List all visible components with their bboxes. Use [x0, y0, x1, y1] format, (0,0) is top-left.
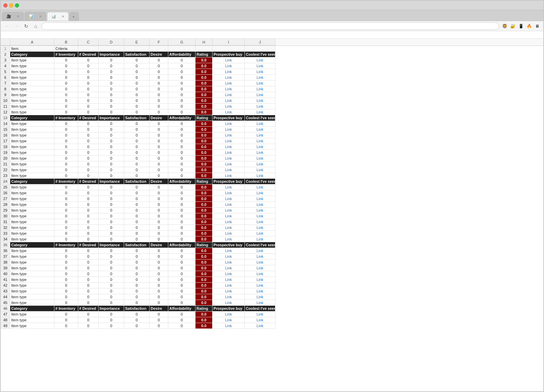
prospective-buy-link[interactable]: Link [213, 127, 245, 132]
prospective-buy-link[interactable]: Link [213, 277, 245, 283]
tab1-close[interactable]: ✕ [17, 15, 19, 18]
coolest-link[interactable]: Link [245, 283, 275, 288]
extension-icon-2[interactable]: 🔐 [509, 23, 516, 30]
prospective-buy-link[interactable]: Link [213, 300, 245, 306]
coolest-link[interactable]: Link [245, 132, 275, 138]
coolest-link[interactable]: Link [245, 86, 275, 92]
coolest-link[interactable]: Link [245, 81, 275, 86]
back-button[interactable]: ← [3, 22, 11, 30]
prospective-buy-link[interactable]: Link [213, 323, 245, 329]
coolest-link[interactable]: Link [245, 184, 275, 190]
tab-clothes-make-the-man[interactable]: 🎥 ✕ [2, 12, 24, 21]
prospective-buy-link[interactable]: Link [213, 254, 245, 260]
coolest-link[interactable]: Link [245, 311, 275, 317]
coolest-link[interactable]: Link [245, 271, 275, 277]
prospective-buy-link[interactable]: Link [213, 156, 245, 161]
prospective-buy-link[interactable]: Link [213, 81, 245, 86]
coolest-link[interactable]: Link [245, 92, 275, 98]
coolest-link[interactable]: Link [245, 254, 275, 260]
prospective-buy-link[interactable]: Link [213, 248, 245, 254]
coolest-link[interactable]: Link [245, 236, 275, 242]
prospective-buy-link[interactable]: Link [213, 161, 245, 167]
prospective-buy-link[interactable]: Link [213, 121, 245, 127]
coolest-link[interactable]: Link [245, 69, 275, 75]
tab3-close[interactable]: ✕ [62, 15, 64, 18]
prospective-buy-link[interactable]: Link [213, 104, 245, 109]
coolest-link[interactable]: Link [245, 173, 275, 179]
prospective-buy-link[interactable]: Link [213, 317, 245, 323]
prospective-buy-link[interactable]: Link [213, 311, 245, 317]
prospective-buy-link[interactable]: Link [213, 283, 245, 288]
coolest-link[interactable]: Link [245, 57, 275, 63]
coolest-link[interactable]: Link [245, 219, 275, 225]
prospective-buy-link[interactable]: Link [213, 231, 245, 236]
forward-button[interactable]: → [13, 22, 20, 30]
coolest-link[interactable]: Link [245, 127, 275, 132]
coolest-link[interactable]: Link [245, 144, 275, 150]
new-tab-button[interactable]: + [69, 12, 79, 21]
coolest-link[interactable]: Link [245, 317, 275, 323]
maximize-button[interactable] [15, 3, 19, 7]
coolest-link[interactable]: Link [245, 265, 275, 271]
coolest-link[interactable]: Link [245, 98, 275, 104]
prospective-buy-link[interactable]: Link [213, 167, 245, 173]
prospective-buy-link[interactable]: Link [213, 98, 245, 104]
tab-template-wardrobe[interactable]: 📊 ✕ [47, 12, 69, 21]
prospective-buy-link[interactable]: Link [213, 57, 245, 63]
coolest-link[interactable]: Link [245, 260, 275, 265]
coolest-link[interactable]: Link [245, 300, 275, 306]
coolest-link[interactable]: Link [245, 231, 275, 236]
prospective-buy-link[interactable]: Link [213, 196, 245, 202]
tab2-close[interactable]: ✕ [39, 15, 42, 18]
coolest-link[interactable]: Link [245, 190, 275, 196]
prospective-buy-link[interactable]: Link [213, 219, 245, 225]
prospective-buy-link[interactable]: Link [213, 213, 245, 219]
prospective-buy-link[interactable]: Link [213, 92, 245, 98]
coolest-link[interactable]: Link [245, 213, 275, 219]
home-button[interactable]: ⌂ [32, 22, 39, 30]
coolest-link[interactable]: Link [245, 288, 275, 294]
prospective-buy-link[interactable]: Link [213, 294, 245, 300]
refresh-button[interactable]: ↻ [22, 22, 30, 30]
coolest-link[interactable]: Link [245, 202, 275, 208]
coolest-link[interactable]: Link [245, 63, 275, 69]
prospective-buy-link[interactable]: Link [213, 288, 245, 294]
prospective-buy-link[interactable]: Link [213, 173, 245, 179]
coolest-link[interactable]: Link [245, 109, 275, 115]
tab-wardrobe-assessment[interactable]: 📊 ✕ [24, 12, 46, 21]
extension-icon-1[interactable]: 🦁 [501, 23, 508, 30]
prospective-buy-link[interactable]: Link [213, 260, 245, 265]
address-bar[interactable] [41, 22, 499, 30]
prospective-buy-link[interactable]: Link [213, 202, 245, 208]
extension-icon-3[interactable]: 📱 [517, 23, 524, 30]
prospective-buy-link[interactable]: Link [213, 150, 245, 156]
coolest-link[interactable]: Link [245, 161, 275, 167]
prospective-buy-link[interactable]: Link [213, 144, 245, 150]
prospective-buy-link[interactable]: Link [213, 225, 245, 231]
prospective-buy-link[interactable]: Link [213, 208, 245, 213]
prospective-buy-link[interactable]: Link [213, 75, 245, 81]
prospective-buy-link[interactable]: Link [213, 184, 245, 190]
prospective-buy-link[interactable]: Link [213, 138, 245, 144]
coolest-link[interactable]: Link [245, 248, 275, 254]
coolest-link[interactable]: Link [245, 121, 275, 127]
prospective-buy-link[interactable]: Link [213, 132, 245, 138]
extension-icon-5[interactable]: 🖥 [534, 23, 541, 30]
coolest-link[interactable]: Link [245, 225, 275, 231]
prospective-buy-link[interactable]: Link [213, 86, 245, 92]
prospective-buy-link[interactable]: Link [213, 109, 245, 115]
prospective-buy-link[interactable]: Link [213, 63, 245, 69]
coolest-link[interactable]: Link [245, 75, 275, 81]
coolest-link[interactable]: Link [245, 167, 275, 173]
coolest-link[interactable]: Link [245, 196, 275, 202]
prospective-buy-link[interactable]: Link [213, 69, 245, 75]
prospective-buy-link[interactable]: Link [213, 236, 245, 242]
coolest-link[interactable]: Link [245, 150, 275, 156]
coolest-link[interactable]: Link [245, 138, 275, 144]
coolest-link[interactable]: Link [245, 156, 275, 161]
close-button[interactable] [3, 3, 7, 7]
extension-icon-4[interactable]: 🔥 [526, 23, 532, 30]
coolest-link[interactable]: Link [245, 323, 275, 329]
coolest-link[interactable]: Link [245, 277, 275, 283]
prospective-buy-link[interactable]: Link [213, 271, 245, 277]
